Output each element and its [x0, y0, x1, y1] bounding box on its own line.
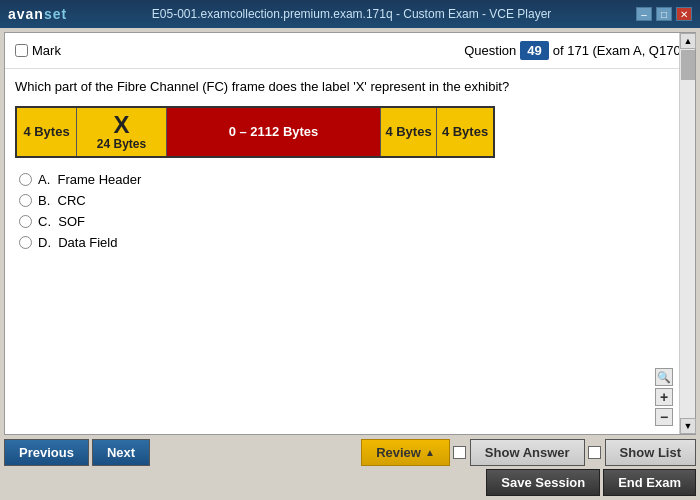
question-body: Which part of the Fibre Channel (FC) fra…: [5, 69, 695, 434]
scrollbar[interactable]: ▲ ▼: [679, 33, 695, 434]
window-controls: – □ ✕: [636, 7, 692, 21]
zoom-icon: 🔍: [655, 368, 673, 386]
question-label: Question: [464, 43, 516, 58]
answer-options: A. Frame Header B. CRC C. SOF D. Data Fi…: [15, 172, 685, 250]
fc-cell-3-label: 0 – 2112 Bytes: [229, 124, 319, 140]
question-area: Mark Question 49 of 171 (Exam A, Q170) W…: [4, 32, 696, 435]
close-button[interactable]: ✕: [676, 7, 692, 21]
review-label: Review: [376, 445, 421, 460]
save-session-button[interactable]: Save Session: [486, 469, 600, 496]
toolbar-row-2: Save Session End Exam: [4, 469, 696, 496]
show-answer-button[interactable]: Show Answer: [470, 439, 585, 466]
mark-checkbox[interactable]: [15, 44, 28, 57]
option-d[interactable]: D. Data Field: [19, 235, 681, 250]
previous-button[interactable]: Previous: [4, 439, 89, 466]
fc-cell-2-label: 24 Bytes: [97, 137, 146, 151]
question-number-badge: 49: [520, 41, 548, 60]
option-d-radio[interactable]: [19, 236, 32, 249]
app-logo: avanset: [8, 6, 67, 22]
show-list-checkbox[interactable]: [588, 446, 601, 459]
next-button[interactable]: Next: [92, 439, 150, 466]
toolbar-row-1: Previous Next Review ▲ Show Answer Show …: [4, 439, 696, 466]
show-answer-container: Show Answer: [453, 439, 585, 466]
option-d-label: D. Data Field: [38, 235, 117, 250]
option-c-label: C. SOF: [38, 214, 85, 229]
question-text: Which part of the Fibre Channel (FC) fra…: [15, 79, 685, 94]
show-list-container: Show List: [588, 439, 696, 466]
x-marker: X: [113, 113, 129, 137]
review-button[interactable]: Review ▲: [361, 439, 450, 466]
maximize-button[interactable]: □: [656, 7, 672, 21]
option-a-label: A. Frame Header: [38, 172, 141, 187]
fc-cell-5-label: 4 Bytes: [442, 124, 488, 140]
scroll-down-btn[interactable]: ▼: [680, 418, 696, 434]
zoom-in-button[interactable]: +: [655, 388, 673, 406]
fc-cell-1-label: 4 Bytes: [23, 124, 69, 140]
option-c-radio[interactable]: [19, 215, 32, 228]
option-b[interactable]: B. CRC: [19, 193, 681, 208]
scroll-up-btn[interactable]: ▲: [680, 33, 696, 49]
bottom-toolbar: Previous Next Review ▲ Show Answer Show …: [0, 435, 700, 500]
option-c[interactable]: C. SOF: [19, 214, 681, 229]
review-arrow-icon: ▲: [425, 447, 435, 458]
option-a[interactable]: A. Frame Header: [19, 172, 681, 187]
fc-cell-5: 4 Bytes: [437, 108, 493, 156]
zoom-out-button[interactable]: −: [655, 408, 673, 426]
end-exam-button[interactable]: End Exam: [603, 469, 696, 496]
zoom-controls: 🔍 + −: [655, 368, 673, 426]
option-b-label: B. CRC: [38, 193, 86, 208]
question-info: Question 49 of 171 (Exam A, Q170): [464, 41, 685, 60]
fc-cell-2-x: X 24 Bytes: [77, 108, 167, 156]
minimize-button[interactable]: –: [636, 7, 652, 21]
option-b-radio[interactable]: [19, 194, 32, 207]
fc-cell-4: 4 Bytes: [381, 108, 437, 156]
mark-checkbox-container: Mark: [15, 43, 61, 58]
mark-label: Mark: [32, 43, 61, 58]
question-of: of 171 (Exam A, Q170): [553, 43, 685, 58]
fc-cell-4-label: 4 Bytes: [385, 124, 431, 140]
main-container: Mark Question 49 of 171 (Exam A, Q170) W…: [0, 28, 700, 500]
scroll-track: [680, 49, 695, 418]
show-list-button[interactable]: Show List: [605, 439, 696, 466]
fc-frame-exhibit: 4 Bytes X 24 Bytes 0 – 2112 Bytes 4 Byte…: [15, 106, 495, 158]
question-header: Mark Question 49 of 171 (Exam A, Q170): [5, 33, 695, 69]
title-bar: avanset E05-001.examcollection.premium.e…: [0, 0, 700, 28]
fc-cell-3: 0 – 2112 Bytes: [167, 108, 381, 156]
fc-cell-1: 4 Bytes: [17, 108, 77, 156]
window-title: E05-001.examcollection.premium.exam.171q…: [67, 7, 636, 21]
title-bar-left: avanset: [8, 6, 67, 22]
show-answer-checkbox[interactable]: [453, 446, 466, 459]
scroll-thumb[interactable]: [681, 50, 695, 80]
option-a-radio[interactable]: [19, 173, 32, 186]
